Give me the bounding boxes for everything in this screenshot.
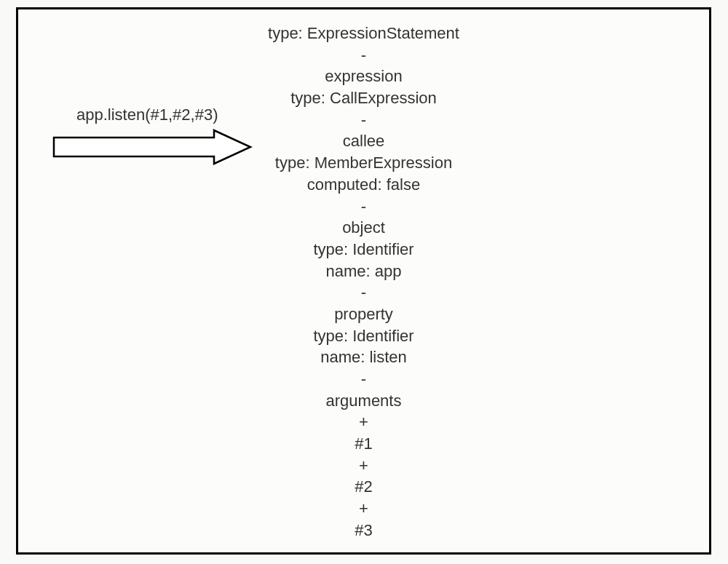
code-label: app.listen(#1,#2,#3): [76, 106, 218, 124]
ast-line: #1: [268, 433, 459, 455]
ast-line: type: MemberExpression: [268, 152, 459, 174]
ast-line: type: ExpressionStatement: [268, 23, 459, 44]
ast-line: +: [268, 498, 459, 520]
ast-line: name: listen: [268, 346, 459, 368]
ast-line: -: [268, 282, 459, 303]
ast-line: callee: [268, 130, 459, 152]
ast-line: property: [268, 303, 459, 325]
ast-line: +: [268, 455, 459, 477]
ast-line: -: [268, 109, 459, 131]
ast-line: expression: [268, 65, 459, 87]
ast-line: type: CallExpression: [268, 87, 459, 109]
ast-line: -: [268, 44, 459, 66]
ast-line: name: app: [268, 261, 459, 282]
ast-line: type: Identifier: [268, 325, 459, 347]
ast-line: -: [268, 368, 459, 390]
ast-line: #2: [268, 476, 459, 498]
ast-line: computed: false: [268, 174, 459, 196]
arrow-icon: [50, 129, 254, 168]
ast-line: type: Identifier: [268, 239, 459, 261]
diagram-frame: app.listen(#1,#2,#3) type: ExpressionSta…: [16, 7, 711, 555]
ast-line: -: [268, 196, 459, 218]
ast-line: arguments: [268, 390, 459, 412]
ast-line: #3: [268, 520, 459, 541]
svg-marker-0: [54, 130, 250, 164]
ast-line: +: [268, 411, 459, 433]
ast-tree: type: ExpressionStatement - expression t…: [268, 23, 459, 541]
ast-line: object: [268, 217, 459, 239]
